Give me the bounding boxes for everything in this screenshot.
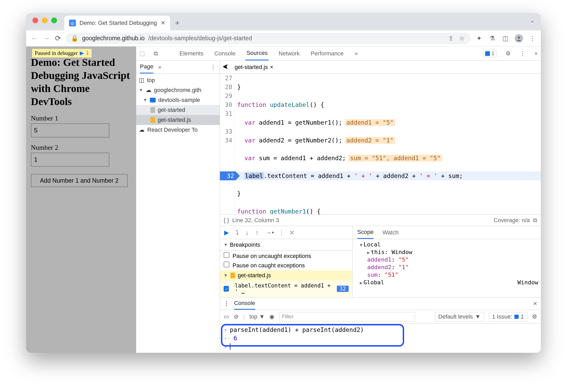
breakpoint-file-row[interactable]: ▼get-started.js [220,270,352,280]
breakpoint-line-badge: 32 [337,286,349,292]
console-sidebar-toggle[interactable]: ▭ [224,313,229,320]
tab-sources[interactable]: Sources [245,47,269,60]
lock-icon: 🔒 [71,35,78,42]
breakpoint-checkbox[interactable]: ✓ [224,286,229,292]
context-selector[interactable]: top ▼ [250,313,265,320]
inspect-icon[interactable]: ⬚ [139,50,145,57]
browser-tab[interactable]: ◎ Demo: Get Started Debugging ✕ [64,16,170,30]
tabs-overflow-button[interactable]: » [354,47,359,60]
gutter[interactable]: 27 28 29 30 31 32 33 34 [220,74,235,214]
tab-elements[interactable]: Elements [178,47,205,60]
devtools-panel: ⬚ ⧉ Elements Console Sources Network Per… [136,47,541,353]
step-button[interactable]: →• [265,229,274,236]
settings-icon[interactable]: ⚙ [506,50,511,57]
url-path: /devtools-samples/debug-js/get-started [148,35,252,42]
drawer-close-button[interactable]: × [533,299,537,308]
watch-tab[interactable]: Watch [382,229,399,236]
inline-value: addend1 = "5" [345,119,395,126]
editor-tabbar: ⮜ get-started.js × [220,61,541,74]
scope-local[interactable]: ▼Local [355,241,538,248]
console-filter-input[interactable]: Filter [279,312,415,321]
forward-button[interactable]: → [43,34,50,43]
tabs-menu-button[interactable]: ⌄ [530,17,535,24]
address-bar[interactable]: 🔒 googlechrome.github.io/devtools-sample… [66,33,471,44]
editor-tab-close[interactable]: × [270,64,273,71]
share-icon[interactable]: ⇪ [447,35,455,42]
deactivate-breakpoints-button[interactable]: ⤫ [289,229,294,236]
back-button[interactable]: ← [31,34,38,43]
console-drawer-tab[interactable]: Console [234,297,255,310]
inline-value: addend2 = "1" [345,137,395,144]
number1-input[interactable] [31,123,109,137]
tree-top[interactable]: ◫top [136,75,220,85]
issue-icon [514,315,519,319]
debugger-right-pane: Scope Watch ▼Local ▶this: Window addend1… [353,226,541,297]
sources-navigator: Page » ⋮ ◫top ▼☁googlechrome.gith ▼devto… [136,61,220,353]
tree-host[interactable]: ▼☁googlechrome.gith [136,85,220,95]
tree-folder[interactable]: ▼devtools-sample [136,95,220,105]
labs-icon[interactable]: ⚗ [489,35,496,42]
scope-global[interactable]: ▶GlobalWindow [355,279,538,286]
folder-icon [150,98,156,102]
navigator-menu[interactable]: ⋮ [210,64,216,71]
page-title: Demo: Get Started Debugging JavaScript w… [31,56,131,108]
tree-file-js[interactable]: get-started.js [136,115,220,125]
devtools-close-button[interactable]: × [534,50,538,57]
issues-indicator[interactable]: 1 [483,50,497,57]
breakpoints-section[interactable]: ▼Breakpoints [220,239,352,251]
drawer-menu[interactable]: ⋮ [224,300,229,307]
tab-close-button[interactable]: ✕ [161,20,165,26]
reload-button[interactable]: ⟳ [55,34,61,43]
step-over-button[interactable]: ⤵ [236,229,239,236]
breakpoint-marker[interactable]: 32 [220,171,236,180]
profile-avatar[interactable] [515,34,523,43]
toolbar: ← → ⟳ 🔒 googlechrome.github.io/devtools-… [26,30,541,47]
log-levels-selector[interactable]: Default levels ▼ [435,312,484,321]
step-out-button[interactable]: ↑ [256,229,259,236]
overlay-resume-button[interactable]: ▶ [80,50,84,56]
scope-tab[interactable]: Scope [357,226,373,239]
navigator-overflow[interactable]: » [158,64,161,71]
editor-status: { } Line 32, Column 3 Coverage: n/a ⧉ [220,214,541,226]
step-into-button[interactable]: ↓ [246,229,249,236]
tab-title: Demo: Get Started Debugging [80,20,157,26]
tab-performance[interactable]: Performance [310,47,345,60]
device-toggle-icon[interactable]: ⧉ [154,50,158,57]
tab-network[interactable]: Network [277,47,301,60]
tab-console[interactable]: Console [213,47,237,60]
number2-input[interactable] [31,153,109,167]
navigator-tab-page[interactable]: Page [140,61,153,73]
pause-uncaught-checkbox[interactable]: Pause on uncaught exceptions [224,252,349,260]
favicon-icon: ◎ [69,20,76,26]
number1-label: Number 1 [31,114,131,122]
breakpoint-row[interactable]: ✓label.textContent = addend1 + ' …32 [220,280,352,297]
scope-this[interactable]: ▶this: Window [355,248,538,256]
zoom-window-button[interactable] [51,18,57,23]
add-button[interactable]: Add Number 1 and Number 2 [31,174,128,187]
code-editor[interactable]: 27 28 29 30 31 32 33 34 } function updat… [220,74,541,214]
more-menu-icon[interactable]: ⋮ [520,50,525,57]
side-panel-icon[interactable]: ◫ [502,35,509,42]
number2-label: Number 2 [31,144,131,152]
resume-button[interactable]: ▶ [224,229,229,236]
clear-console-button[interactable]: ⊘ [234,313,239,320]
console-settings-icon[interactable]: ⚙ [532,313,537,320]
scope-var: sum: "51" [355,271,538,279]
overlay-step-button[interactable]: ⤵ [86,50,89,56]
tree-ext[interactable]: ☁React Developer To [136,125,220,135]
console-drawer: ⋮ Console × ▭ ⊘ | top ▼ ◉ Filter [220,297,541,353]
pause-caught-checkbox[interactable]: Pause on caught exceptions [224,262,349,269]
issues-button[interactable]: 1 Issue:1 [489,312,527,321]
new-tab-button[interactable]: + [170,16,185,30]
editor-tab[interactable]: get-started.js × [233,64,275,71]
extensions-icon[interactable]: ✦ [475,35,483,42]
minimize-window-button[interactable] [42,18,48,23]
file-icon [150,107,155,113]
live-expression-button[interactable]: ◉ [269,313,274,320]
tree-file-html[interactable]: get-started [136,105,220,115]
toggle-navigator-icon[interactable]: ⮜ [223,64,228,71]
js-file-icon [230,273,235,278]
bookmark-icon[interactable]: ☆ [458,35,466,42]
chrome-menu-button[interactable]: ⋮ [529,35,536,42]
close-window-button[interactable] [32,18,38,23]
